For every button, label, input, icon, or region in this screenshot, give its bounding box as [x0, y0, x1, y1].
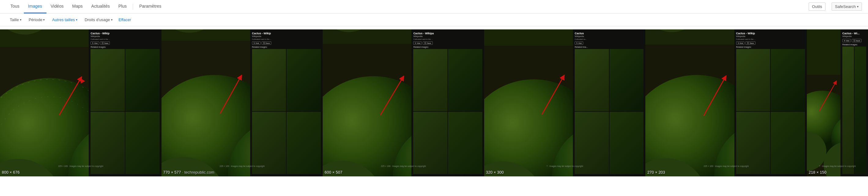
related-thumb-2a[interactable] [413, 49, 447, 111]
panel-desc-2: Cultivated cacti in the ... [413, 38, 482, 40]
panel-desc-4: Cultivated cacti in the ... [736, 38, 805, 40]
nav-tous[interactable]: Tous [6, 0, 24, 13]
related-thumb-3c[interactable] [575, 112, 609, 174]
visit-btn-4[interactable]: ↻ Visit [736, 41, 745, 45]
image-wrapper-0: Cactus - Wikip Wikipedia Cultivated cact… [0, 29, 161, 176]
nav-parametres[interactable]: Paramètres [135, 0, 165, 13]
related-thumb-3d[interactable] [610, 112, 644, 174]
cactus-image-3: Cactus Wikipedia Cultivated ca... ↻ Visi… [484, 29, 646, 176]
panel-desc-3: Cultivated ca... [575, 38, 644, 40]
dimension-label-0: 800 × 676 [2, 170, 20, 174]
save-btn-0[interactable]: ⬛ Save [100, 41, 110, 45]
related-thumb-1[interactable] [91, 49, 125, 111]
cactus-image-1: Cactus - Wikip Wikipedia Cultivated cact… [161, 29, 323, 176]
save-btn-1[interactable]: ⬛ Save [261, 41, 271, 45]
panel-title-4: Cactus - Wikip [736, 32, 805, 35]
nav-actualites[interactable]: Actualités [87, 0, 114, 13]
visit-btn-1[interactable]: ↻ Visit [252, 41, 260, 45]
image-card-1[interactable]: Cactus - Wikip Wikipedia Cultivated cact… [161, 29, 323, 176]
image-wrapper-1: Cactus - Wikip Wikipedia Cultivated cact… [161, 29, 323, 176]
panel-subtitle-0: Wikipedia [91, 35, 159, 38]
save-btn-4[interactable]: ⬛ Save [745, 41, 755, 45]
chevron-icon: ▾ [111, 18, 113, 22]
nav-images[interactable]: Images [24, 0, 46, 13]
info-panel-3: Cactus Wikipedia Cultivated ca... ↻ Visi… [573, 29, 645, 176]
panel-related-label-3: Related ima... [575, 46, 644, 48]
related-thumb-1a[interactable] [252, 49, 286, 111]
related-thumb-3b[interactable] [610, 49, 644, 111]
filter-droits-usage[interactable]: Droits d'usage ▾ [81, 15, 116, 25]
related-thumb-5b[interactable] [855, 47, 866, 174]
visit-btn-5[interactable]: ↻ Visit [842, 39, 851, 42]
related-thumb-2c[interactable] [413, 112, 447, 174]
source-label-1: · techrepublic.com [182, 170, 214, 174]
panel-title-2: Cactus - Wikipa [413, 32, 482, 35]
related-thumbs-5 [842, 47, 866, 174]
nav-items: Tous Images Vidéos Maps Actualités Plus … [6, 0, 166, 13]
nav-right: Outils SafeSearch ▾ [809, 2, 862, 11]
nav-plus[interactable]: Plus [114, 0, 131, 13]
panel-buttons-2: ↻ Visit ⬛ Save [413, 41, 482, 45]
related-thumb-5a[interactable] [842, 47, 854, 174]
panel-related-label-2: Related images: [413, 46, 482, 48]
visit-btn-2[interactable]: ↻ Visit [413, 41, 422, 45]
related-thumb-1c[interactable] [252, 112, 286, 174]
copyright-2: 225 × 169 · Images may be subject to cop… [323, 165, 484, 167]
cactus-image-5: Cactus - Wi... Wikipedia ↻ Visit ⬛ Save … [807, 29, 868, 176]
related-thumb-3a[interactable] [575, 49, 609, 111]
panel-subtitle-1: Wikipedia [252, 35, 321, 38]
nav-maps[interactable]: Maps [68, 0, 87, 13]
panel-related-label-0: Related images: [91, 46, 159, 48]
related-thumb-4d[interactable] [771, 112, 805, 174]
image-card-3[interactable]: Cactus Wikipedia Cultivated ca... ↻ Visi… [484, 29, 646, 176]
image-card-2[interactable]: Cactus - Wikipa Wikipedia Cultivated cac… [323, 29, 484, 176]
related-thumb-1b[interactable] [286, 49, 321, 111]
save-btn-5[interactable]: ⬛ Save [852, 39, 862, 42]
info-panel-2: Cactus - Wikipa Wikipedia Cultivated cac… [411, 29, 484, 176]
related-thumb-2d[interactable] [448, 112, 482, 174]
panel-title-0: Cactus - Wikip [91, 32, 159, 35]
copyright-1: 225 × 169 · Images may be subject to cop… [161, 165, 323, 167]
visit-btn-0[interactable]: ↻ Visit [91, 41, 99, 45]
related-thumb-3[interactable] [91, 112, 125, 174]
related-thumb-4b[interactable] [771, 49, 805, 111]
panel-buttons-5: ↻ Visit ⬛ Save [842, 39, 866, 42]
related-thumb-4a[interactable] [736, 49, 770, 111]
outils-button[interactable]: Outils [809, 2, 826, 11]
top-navigation: Tous Images Vidéos Maps Actualités Plus … [0, 0, 868, 13]
panel-buttons-3: ↻ Visit [575, 41, 644, 45]
related-thumb-2b[interactable] [448, 49, 482, 111]
image-wrapper-5: Cactus - Wi... Wikipedia ↻ Visit ⬛ Save … [807, 29, 868, 176]
image-card-0[interactable]: Cactus - Wikip Wikipedia Cultivated cact… [0, 29, 161, 176]
panel-title-3: Cactus [575, 32, 644, 35]
related-thumb-1d[interactable] [286, 112, 321, 174]
chevron-icon: ▾ [43, 18, 45, 22]
image-wrapper-4: Cactus - Wikip Wikipedia Cultivated cact… [645, 29, 807, 176]
panel-subtitle-2: Wikipedia [413, 35, 482, 38]
related-thumb-2[interactable] [125, 49, 160, 111]
related-thumbs-4 [736, 49, 805, 174]
filter-taille[interactable]: Taille ▾ [6, 15, 25, 25]
save-btn-2[interactable]: ⬛ Save [423, 41, 432, 45]
nav-videos[interactable]: Vidéos [46, 0, 68, 13]
filter-effacer[interactable]: Effacer [116, 18, 134, 22]
panel-desc-1: Cultivated cacti in the ... [252, 38, 321, 40]
panel-title-1: Cactus - Wikip [252, 32, 321, 35]
related-thumb-4c[interactable] [736, 112, 770, 174]
related-thumbs-3 [575, 49, 644, 174]
panel-subtitle-4: Wikipedia [736, 35, 805, 38]
dimension-label-1: 770 × 577 · techrepublic.com [163, 170, 214, 174]
filter-periode[interactable]: Période ▾ [25, 15, 49, 25]
image-wrapper-2: Cactus - Wikipa Wikipedia Cultivated cac… [323, 29, 484, 176]
visit-btn-3[interactable]: ↻ Visit [575, 41, 583, 45]
safesearch-button[interactable]: SafeSearch ▾ [832, 2, 862, 11]
filter-bar: Taille ▾ Période ▾ Autres tailles ▾ Droi… [0, 13, 868, 26]
related-thumbs-2 [413, 49, 482, 174]
image-card-5[interactable]: Cactus - Wi... Wikipedia ↻ Visit ⬛ Save … [807, 29, 868, 176]
chevron-icon: ▾ [76, 18, 78, 22]
copyright-0: 225 × 169 · Images may be subject to cop… [0, 165, 161, 167]
related-thumb-4[interactable] [125, 112, 160, 174]
filter-autres-tailles[interactable]: Autres tailles ▾ [48, 15, 81, 25]
dimension-label-2: 600 × 507 [324, 170, 342, 174]
image-card-4[interactable]: Cactus - Wikip Wikipedia Cultivated cact… [645, 29, 807, 176]
